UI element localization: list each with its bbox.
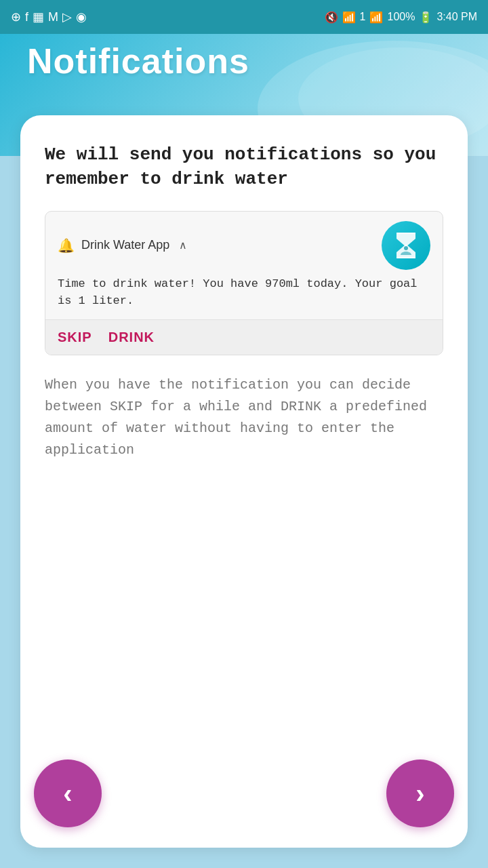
notif-body: Time to drink water! You have 970ml toda…	[45, 275, 443, 319]
svg-point-0	[404, 246, 408, 250]
chevron-up-icon: ∧	[179, 239, 187, 252]
sim-icon: 1	[360, 11, 366, 23]
status-icons-left: ⊕ f ▦ M ▷ ◉	[11, 9, 87, 24]
card-heading: We will send you notifications so you re…	[45, 142, 443, 192]
gmail-icon: M	[48, 10, 58, 24]
back-button[interactable]: ‹	[34, 760, 102, 827]
facebook-icon: f	[25, 10, 28, 24]
status-bar-right: 🔇 📶 1 📶 100% 🔋 3:40 PM	[325, 11, 477, 24]
page-title: Notifications	[27, 41, 249, 81]
notif-header: 🔔 Drink Water App ∧	[45, 212, 443, 275]
drink-action[interactable]: DRINK	[108, 330, 155, 345]
main-card: We will send you notifications so you re…	[20, 115, 468, 848]
notification-preview: 🔔 Drink Water App ∧ Time to drink water!…	[45, 211, 443, 355]
battery-text: 100%	[387, 11, 415, 23]
play-icon: ▷	[62, 9, 72, 24]
whatsapp-icon: ⊕	[11, 9, 21, 24]
notif-header-left: 🔔 Drink Water App ∧	[58, 237, 187, 254]
status-bar: ⊕ f ▦ M ▷ ◉ 🔇 📶 1 📶 100% 🔋 3:40 PM	[0, 0, 488, 34]
notif-app-name: Drink Water App	[81, 238, 169, 252]
description-text: When you have the notification you can d…	[45, 374, 443, 461]
next-button[interactable]: ›	[386, 760, 454, 827]
battery-icon: 🔋	[419, 11, 432, 24]
signal-icon: 📶	[369, 11, 383, 24]
back-arrow-icon: ‹	[63, 780, 72, 807]
notif-actions: SKIP DRINK	[45, 319, 443, 355]
calendar-icon: ▦	[33, 9, 44, 24]
next-arrow-icon: ›	[415, 780, 424, 807]
wifi-icon: 📶	[342, 11, 356, 24]
maps-icon: ◉	[76, 9, 87, 24]
time-display: 3:40 PM	[436, 11, 477, 23]
bell-icon: 🔔	[58, 237, 75, 254]
skip-action[interactable]: SKIP	[58, 330, 92, 345]
mute-icon: 🔇	[325, 11, 338, 24]
notif-message: Time to drink water! You have 970ml toda…	[58, 275, 430, 310]
hourglass-icon	[382, 221, 430, 270]
